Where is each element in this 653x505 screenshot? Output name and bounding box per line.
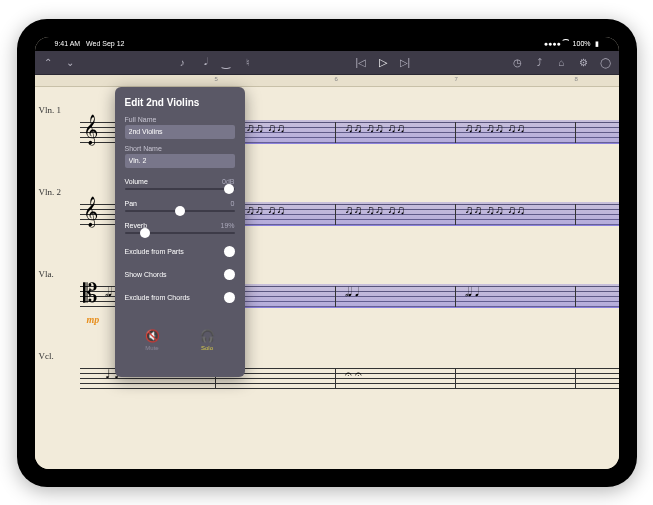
volume-slider[interactable]	[125, 188, 235, 190]
short-name-label: Short Name	[125, 145, 235, 152]
battery-pct: 100%	[573, 40, 591, 47]
tuning-fork-icon[interactable]: ♪	[175, 55, 189, 69]
mute-button[interactable]: 🔇Mute	[145, 329, 160, 351]
clock-icon[interactable]: ◷	[511, 55, 525, 69]
toolbar: ⌃ ⌄ ♪ 𝅘𝅥 ‿ ♮ |◁ ▷ ▷| ◷ ⤴ ⌂ ⚙ ◯	[35, 51, 619, 75]
ruler-mark: 5	[215, 76, 218, 82]
gear-icon[interactable]: ⚙	[577, 55, 591, 69]
pan-value: 0	[231, 200, 235, 207]
staff-label: Vla.	[39, 269, 54, 279]
status-time: 9:41 AM Wed Sep 12	[55, 40, 125, 47]
ipad-device: 9:41 AM Wed Sep 12 ●●●● ⁀ 100% ▮ ⌃ ⌄ ♪ 𝅘…	[17, 19, 637, 487]
chevron-down-icon[interactable]: ⌄	[63, 55, 77, 69]
dynamic-marking[interactable]: mp	[87, 314, 100, 325]
ruler-mark: 8	[575, 76, 578, 82]
short-name-input[interactable]	[125, 154, 235, 168]
exclude-chords-toggle[interactable]	[224, 292, 235, 303]
treble-clef-icon: 𝄞	[83, 115, 98, 145]
staff-label: Vcl.	[39, 351, 54, 361]
full-name-input[interactable]	[125, 125, 235, 139]
export-icon[interactable]: ⤴	[533, 55, 547, 69]
prev-icon[interactable]: |◁	[354, 55, 368, 69]
alto-clef-icon: 𝄡	[83, 279, 98, 309]
pan-slider[interactable]	[125, 210, 235, 212]
edit-instrument-panel[interactable]: Edit 2nd Violins Full Name Short Name Vo…	[115, 87, 245, 377]
staff-label: Vln. 1	[39, 105, 62, 115]
ruler-mark: 6	[335, 76, 338, 82]
staff-label: Vln. 2	[39, 187, 62, 197]
show-chords-label: Show Chords	[125, 271, 167, 278]
treble-clef-icon: 𝄞	[83, 197, 98, 227]
solo-icon: 🎧	[200, 329, 215, 343]
volume-label: Volume	[125, 178, 148, 185]
wifi-icon: ●●●● ⁀	[544, 40, 569, 48]
play-icon[interactable]: ▷	[376, 55, 390, 69]
notes[interactable]: 𝅗𝅥 ♩ ♩	[345, 285, 360, 299]
reverb-value: 19%	[220, 222, 234, 229]
battery-icon: ▮	[595, 40, 599, 48]
exclude-chords-label: Exclude from Chords	[125, 294, 190, 301]
tie-icon[interactable]: ‿	[219, 55, 233, 69]
app-screen: 9:41 AM Wed Sep 12 ●●●● ⁀ 100% ▮ ⌃ ⌄ ♪ 𝅘…	[35, 37, 619, 469]
notes[interactable]: ♫♫ ♫♫ ♫♫	[345, 203, 406, 217]
notes[interactable]: 𝅗𝅥 ♩ ♩	[465, 285, 480, 299]
user-icon[interactable]: ◯	[599, 55, 613, 69]
show-chords-toggle[interactable]	[224, 269, 235, 280]
chevron-up-icon[interactable]: ⌃	[41, 55, 55, 69]
notes[interactable]: ♫♫ ♫♫ ♫♫	[465, 203, 526, 217]
notes[interactable]: ♫♫ ♫♫ ♫♫	[465, 121, 526, 135]
full-name-label: Full Name	[125, 116, 235, 123]
status-indicators: ●●●● ⁀ 100% ▮	[544, 40, 599, 48]
notes[interactable]: 𝄐 𝄐	[345, 367, 362, 381]
status-bar: 9:41 AM Wed Sep 12 ●●●● ⁀ 100% ▮	[35, 37, 619, 51]
note-icon[interactable]: 𝅘𝅥	[197, 55, 211, 69]
reverb-slider[interactable]	[125, 232, 235, 234]
notes[interactable]: ♫♫ ♫♫ ♫♫	[345, 121, 406, 135]
natural-icon[interactable]: ♮	[241, 55, 255, 69]
mute-icon: 🔇	[145, 329, 160, 343]
ruler-mark: 7	[455, 76, 458, 82]
ruler[interactable]: 5 6 7 8	[35, 75, 619, 87]
panel-title: Edit 2nd Violins	[125, 97, 235, 108]
exclude-parts-toggle[interactable]	[224, 246, 235, 257]
pan-label: Pan	[125, 200, 137, 207]
home-icon[interactable]: ⌂	[555, 55, 569, 69]
next-icon[interactable]: ▷|	[398, 55, 412, 69]
exclude-parts-label: Exclude from Parts	[125, 248, 184, 255]
solo-button[interactable]: 🎧Solo	[200, 329, 215, 351]
